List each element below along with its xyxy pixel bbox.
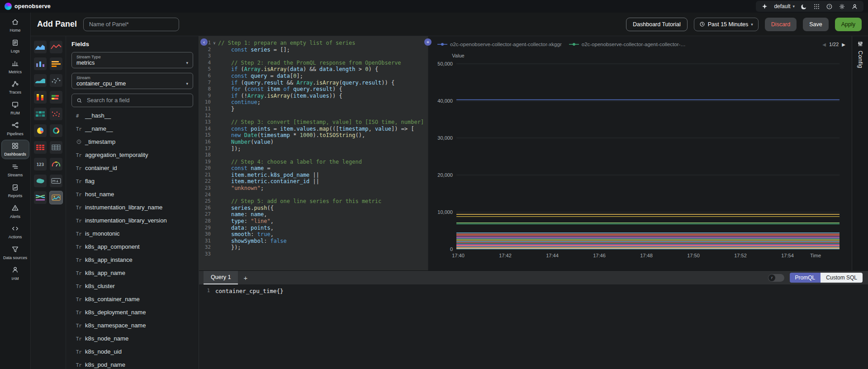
dashboard-tutorial-button[interactable]: Dashboard Tutorial xyxy=(626,18,688,31)
custom-sql-button[interactable]: Custom SQL xyxy=(821,273,863,283)
field-item-k8s_deployment_name[interactable]: Trk8s_deployment_name xyxy=(66,306,199,319)
field-item-is_monotonic[interactable]: Tris_monotonic xyxy=(66,227,199,240)
chart-type-geomap[interactable] xyxy=(34,175,47,187)
sidebar-item-reports[interactable]: Reports xyxy=(2,182,29,200)
field-item-k8s_container_name[interactable]: Trk8s_container_name xyxy=(66,293,199,306)
code-line-22: 22 item.metric.container_id || xyxy=(199,178,428,185)
chart-type-pivot-table[interactable] xyxy=(34,141,47,154)
chart-type-stacked[interactable] xyxy=(34,91,47,104)
chart-type-heatmap[interactable] xyxy=(34,108,47,120)
sidebar-item-rum[interactable]: RUM xyxy=(2,99,29,118)
sidebar-item-metrics[interactable]: Metrics xyxy=(2,57,29,76)
field-item-k8s_app_instance[interactable]: Trk8s_app_instance xyxy=(66,253,199,266)
field-type-text-icon: Tr xyxy=(76,336,85,341)
gauge-chart-icon xyxy=(51,161,62,168)
panel-name-input[interactable] xyxy=(83,18,179,31)
chart-type-table[interactable] xyxy=(50,141,62,154)
code-line-27: 27 name: name, xyxy=(199,211,428,218)
splitter-handle[interactable]: ≡ xyxy=(424,38,432,46)
field-item-k8s_cluster[interactable]: Trk8s_cluster xyxy=(66,279,199,293)
search-icon xyxy=(76,98,82,104)
field-item-__hash__[interactable]: #__hash__ xyxy=(66,109,199,122)
field-item-__name__[interactable]: Tr__name__ xyxy=(66,122,199,135)
chart-type-metric-text[interactable]: 123 xyxy=(34,158,47,170)
metric-text-chart-icon: 123 xyxy=(35,161,46,168)
save-button[interactable]: Save xyxy=(803,18,829,31)
code-editor[interactable]: ‹ 1∨// Step 1: prepare an empty list of … xyxy=(199,36,428,270)
discard-button[interactable]: Discard xyxy=(765,18,797,31)
field-item-k8s_namespace_name[interactable]: Trk8s_namespace_name xyxy=(66,319,199,332)
field-item-k8s_node_uid[interactable]: Trk8s_node_uid xyxy=(66,345,199,358)
brand[interactable]: openobserve xyxy=(5,3,51,10)
sidebar-item-dashboards[interactable]: Dashboards xyxy=(2,140,29,159)
ai-sparkle-icon[interactable] xyxy=(761,3,768,10)
field-type-text-icon: Tr xyxy=(76,205,85,210)
fold-chevron-icon[interactable]: ∨ xyxy=(211,40,218,47)
field-item-instrumentation_library_name[interactable]: Trinstrumentation_library_name xyxy=(66,201,199,214)
legend-prev-icon[interactable]: ◀ xyxy=(822,42,826,47)
help-icon[interactable]: ? xyxy=(826,3,833,10)
field-item-k8s_pod_name[interactable]: Trk8s_pod_name xyxy=(66,358,199,369)
promql-button[interactable]: PromQL xyxy=(790,273,821,283)
query-tab-1[interactable]: Query 1 xyxy=(204,271,238,284)
field-item-k8s_node_name[interactable]: Trk8s_node_name xyxy=(66,332,199,345)
sidebar-item-alerts[interactable]: Alerts xyxy=(2,202,29,221)
time-range-dropdown[interactable]: Past 15 Minutes ▾ xyxy=(694,18,759,31)
apply-button[interactable]: Apply xyxy=(835,18,862,31)
sidebar-item-streams[interactable]: Streams xyxy=(2,161,29,180)
chart-type-markdown[interactable] xyxy=(50,175,62,187)
chart-type-h-bar[interactable] xyxy=(50,57,62,70)
chart-type-bar[interactable] xyxy=(34,57,47,70)
field-item-container_id[interactable]: Trcontainer_id xyxy=(66,161,199,175)
chart-type-custom-chart[interactable] xyxy=(50,191,62,204)
field-item-host_name[interactable]: Trhost_name xyxy=(66,188,199,201)
chart-type-scatter[interactable] xyxy=(50,74,62,87)
code-line-11: 11 } xyxy=(199,106,428,113)
sidebar-item-home[interactable]: Home xyxy=(2,16,29,35)
line-number: 32 xyxy=(199,244,211,251)
field-item-_timestamp[interactable]: _timestamp xyxy=(66,135,199,148)
query-editor[interactable]: 1 container_cpu_time{} xyxy=(199,284,868,369)
chart-type-donut[interactable] xyxy=(50,124,62,137)
chart-type-area[interactable] xyxy=(34,41,47,53)
function-editor-toggle[interactable]: f xyxy=(768,274,784,282)
chart-type-line[interactable] xyxy=(50,41,62,53)
stream-type-select[interactable]: Stream Type metrics ▾ xyxy=(71,52,193,68)
sidebar-item-data-sources[interactable]: Data sources xyxy=(2,244,29,262)
field-item-k8s_app_component[interactable]: Trk8s_app_component xyxy=(66,240,199,253)
field-item-instrumentation_library_version[interactable]: Trinstrumentation_library_version xyxy=(66,214,199,227)
chart-type-gauge[interactable] xyxy=(50,158,62,170)
sidebar-item-traces[interactable]: Traces xyxy=(2,78,29,97)
collapse-fields-button[interactable]: ‹ xyxy=(200,38,208,46)
org-selector[interactable]: default ▾ xyxy=(774,3,795,9)
legend-item[interactable]: o2c-openobserve-collector-agent-collecto… xyxy=(569,42,686,47)
config-panel-tab[interactable]: Config xyxy=(852,36,868,270)
settings-gear-icon[interactable] xyxy=(839,3,845,10)
apps-grid-icon[interactable] xyxy=(813,3,820,10)
stream-select[interactable]: Stream container_cpu_time ▾ xyxy=(71,73,193,89)
field-item-aggregation_temporality[interactable]: Traggregation_temporality xyxy=(66,148,199,161)
field-search-input[interactable] xyxy=(86,97,188,104)
sidebar-item-logs[interactable]: Logs xyxy=(2,37,29,56)
field-type-text-icon: Tr xyxy=(76,231,85,237)
field-item-flag[interactable]: Trflag xyxy=(66,175,199,188)
legend-item[interactable]: o2c-openobserve-collector-agent-collecto… xyxy=(437,42,562,47)
chart-type-pie[interactable] xyxy=(34,124,47,137)
line-number: 21 xyxy=(199,172,211,179)
account-icon[interactable] xyxy=(851,3,858,10)
field-type-text-icon: Tr xyxy=(76,126,85,132)
add-query-button[interactable]: + xyxy=(238,271,253,284)
sidebar-item-actions[interactable]: Actions xyxy=(2,223,29,241)
chart-type-h-stacked[interactable] xyxy=(50,91,62,104)
field-name: aggregation_temporality xyxy=(85,151,148,158)
chart-type-area-stacked[interactable] xyxy=(34,74,47,87)
chart-type-maps[interactable] xyxy=(50,108,62,120)
legend-next-icon[interactable]: ▶ xyxy=(842,42,845,47)
field-item-k8s_app_name[interactable]: Trk8s_app_name xyxy=(66,266,199,279)
dark-mode-moon-icon[interactable] xyxy=(801,3,807,10)
sidebar-item-pipelines[interactable]: Pipelines xyxy=(2,119,29,138)
legend-page-indicator: 1/22 xyxy=(829,42,839,47)
sidebar-item-iam[interactable]: IAM xyxy=(2,264,29,283)
fold-gutter xyxy=(211,47,218,53)
chart-type-sankey[interactable] xyxy=(34,191,47,204)
